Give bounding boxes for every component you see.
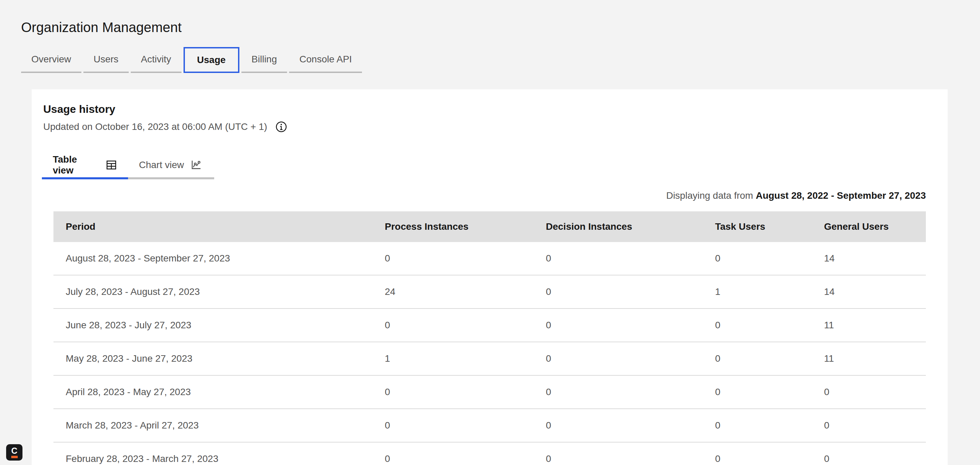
cell-decision-instances: 0 [534,242,703,275]
cell-process-instances: 0 [372,442,534,465]
info-icon-svg [275,121,287,133]
cell-decision-instances: 0 [534,442,703,465]
cell-decision-instances: 0 [534,275,703,308]
usage-table: Period Process Instances Decision Instan… [54,211,926,465]
table-icon [105,159,117,171]
cell-task-users: 0 [703,308,812,342]
cell-task-users: 0 [703,376,812,409]
tab-billing[interactable]: Billing [242,47,287,73]
cell-general-users: 11 [812,308,926,342]
cell-process-instances: 0 [372,409,534,442]
column-header-task-users: Task Users [703,211,812,242]
cell-process-instances: 0 [372,242,534,275]
displaying-prefix: Displaying data from [666,190,753,201]
usage-history-header: Usage history Updated on October 16, 202… [32,89,948,133]
info-icon[interactable] [275,121,287,133]
table-row: April 28, 2023 - May 27, 20230000 [54,376,926,409]
usage-history-heading: Usage history [43,102,926,116]
view-tab-chart-label: Chart view [139,160,184,171]
view-tab-table-label: Table view [53,154,99,176]
cell-general-users: 11 [812,342,926,376]
cell-period: April 28, 2023 - May 27, 2023 [54,376,372,409]
cell-general-users: 0 [812,376,926,409]
view-tab-table[interactable]: Table view [42,153,128,179]
usage-table-body: August 28, 2023 - September 27, 20230001… [54,242,926,465]
cell-general-users: 0 [812,409,926,442]
tab-users[interactable]: Users [83,47,129,73]
cell-period: June 28, 2023 - July 27, 2023 [54,308,372,342]
page: Organization Management Overview Users A… [0,0,980,465]
cell-period: March 28, 2023 - April 27, 2023 [54,409,372,442]
tab-usage-label: Usage [197,54,226,66]
column-header-period: Period [54,211,372,242]
updated-line: Updated on October 16, 2023 at 06:00 AM … [43,121,926,133]
displaying-data-line: Displaying data from August 28, 2022 - S… [54,190,926,202]
cell-task-users: 0 [703,409,812,442]
tab-activity-label: Activity [141,54,171,65]
displaying-range: August 28, 2022 - September 27, 2023 [756,190,926,201]
cell-task-users: 0 [703,442,812,465]
table-row: June 28, 2023 - July 27, 202300011 [54,308,926,342]
table-row: May 28, 2023 - June 27, 202310011 [54,342,926,376]
cell-general-users: 0 [812,442,926,465]
tab-users-label: Users [94,54,118,65]
view-tabs: Table view Chart view [32,153,948,179]
cell-period: May 28, 2023 - June 27, 2023 [54,342,372,376]
cell-task-users: 0 [703,242,812,275]
cell-period: February 28, 2023 - March 27, 2023 [54,442,372,465]
column-header-process-instances: Process Instances [372,211,534,242]
table-area: Displaying data from August 28, 2022 - S… [32,190,948,465]
cell-decision-instances: 0 [534,308,703,342]
cell-decision-instances: 0 [534,342,703,376]
usage-table-header: Period Process Instances Decision Instan… [54,211,926,242]
cell-process-instances: 1 [372,342,534,376]
tab-console-api-label: Console API [299,54,352,65]
camunda-logo-letter: C [11,447,18,455]
cell-process-instances: 0 [372,376,534,409]
tab-usage[interactable]: Usage [183,47,239,73]
table-row: February 28, 2023 - March 27, 20230000 [54,442,926,465]
cell-period: July 28, 2023 - August 27, 2023 [54,275,372,308]
tab-billing-label: Billing [251,54,277,65]
camunda-logo-accent-bar [11,456,18,458]
cell-general-users: 14 [812,242,926,275]
table-row: July 28, 2023 - August 27, 2023240114 [54,275,926,308]
tab-console-api[interactable]: Console API [289,47,362,73]
table-row: August 28, 2023 - September 27, 20230001… [54,242,926,275]
page-tabs: Overview Users Activity Usage Billing Co… [21,47,980,73]
column-header-decision-instances: Decision Instances [534,211,703,242]
column-header-general-users: General Users [812,211,926,242]
cell-decision-instances: 0 [534,376,703,409]
table-row: March 28, 2023 - April 27, 20230000 [54,409,926,442]
view-tab-chart[interactable]: Chart view [128,153,214,179]
tab-activity[interactable]: Activity [131,47,181,73]
cell-process-instances: 0 [372,308,534,342]
cell-decision-instances: 0 [534,409,703,442]
cell-task-users: 1 [703,275,812,308]
tab-overview[interactable]: Overview [21,47,81,73]
cell-task-users: 0 [703,342,812,376]
chart-line-icon [190,159,202,171]
updated-text: Updated on October 16, 2023 at 06:00 AM … [43,121,267,133]
page-title: Organization Management [21,20,980,35]
cell-process-instances: 24 [372,275,534,308]
cell-period: August 28, 2023 - September 27, 2023 [54,242,372,275]
cell-general-users: 14 [812,275,926,308]
tab-overview-label: Overview [31,54,71,65]
camunda-logo-badge[interactable]: C [6,444,22,460]
usage-history-card: Usage history Updated on October 16, 202… [32,89,948,465]
